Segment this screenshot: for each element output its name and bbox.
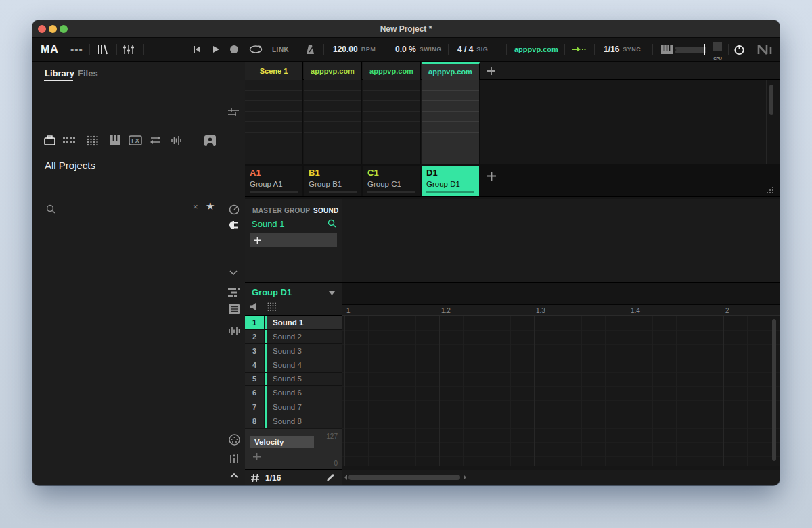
sound-row[interactable]: 8Sound 8: [245, 414, 342, 428]
scene-vertical-scrollbar[interactable]: [769, 85, 773, 115]
filter-loops-button[interactable]: [149, 135, 162, 145]
quantize-control[interactable]: 1/16 SYNC: [604, 38, 641, 61]
pad-grid-button[interactable]: [267, 302, 276, 311]
sound-number[interactable]: 6: [245, 386, 264, 400]
sound-name[interactable]: Sound 5: [265, 373, 342, 386]
macro-knob-button[interactable]: [229, 204, 240, 215]
play-button[interactable]: [212, 38, 220, 61]
add-group-button[interactable]: [487, 172, 496, 181]
tab-group[interactable]: GROUP: [284, 207, 310, 214]
velocity-lane-button[interactable]: [229, 452, 239, 463]
sound-row-selected[interactable]: 1Sound 1: [245, 316, 342, 329]
link-button[interactable]: LINK: [272, 38, 289, 61]
pattern-view-button[interactable]: [229, 304, 240, 314]
main-menu-button[interactable]: •••: [70, 38, 83, 61]
group-cell-selected[interactable]: D1 Group D1: [422, 166, 479, 196]
step-grid-button[interactable]: [251, 474, 259, 482]
scene-tab[interactable]: Scene 1: [245, 62, 303, 80]
scene-grid-column[interactable]: [304, 80, 362, 164]
sound-number[interactable]: 8: [245, 414, 264, 428]
pencil-mode-button[interactable]: [326, 473, 335, 482]
scroll-right-arrow[interactable]: [464, 475, 466, 480]
preview-sound-button[interactable]: [250, 303, 258, 310]
midi-lane-button[interactable]: [229, 434, 240, 446]
filter-projects-button[interactable]: [44, 135, 55, 145]
grid-value-label[interactable]: 1/16: [265, 473, 281, 483]
group-cell[interactable]: B1 Group B1: [304, 166, 361, 196]
sound-number[interactable]: 1: [245, 316, 264, 329]
sound-number[interactable]: 2: [245, 330, 264, 343]
add-plugin-button[interactable]: [250, 233, 337, 247]
sound-row[interactable]: 7Sound 7: [245, 400, 342, 414]
group-cell[interactable]: C1 Group C1: [363, 166, 420, 196]
scene-settings-button[interactable]: [227, 107, 240, 118]
swing-control[interactable]: 0.0 % SWING: [395, 38, 442, 61]
scene-tab[interactable]: apppvp.com: [304, 62, 362, 80]
scene-grid-column[interactable]: [363, 80, 421, 164]
sound-name-label[interactable]: Sound 1: [252, 219, 284, 229]
titlebar[interactable]: New Project *: [32, 20, 780, 38]
collapse-lane-button[interactable]: [230, 473, 238, 478]
record-button[interactable]: [230, 38, 238, 61]
mixer-toggle-button[interactable]: [122, 38, 135, 61]
loop-button[interactable]: [248, 38, 263, 61]
piano-roll-grid[interactable]: [342, 316, 780, 466]
group-dropdown-button[interactable]: [329, 291, 335, 295]
sound-name[interactable]: Sound 8: [265, 414, 342, 428]
browser-toggle-button[interactable]: [95, 38, 109, 61]
sound-name[interactable]: Sound 7: [265, 400, 342, 414]
plugin-button[interactable]: [228, 220, 240, 231]
ni-logo-button[interactable]: [757, 38, 773, 61]
scene-tab[interactable]: apppvp.com: [363, 62, 421, 80]
sound-name[interactable]: Sound 2: [265, 330, 342, 343]
sound-row[interactable]: 6Sound 6: [245, 386, 342, 400]
tab-master[interactable]: MASTER: [252, 207, 282, 214]
scroll-left-arrow[interactable]: [344, 475, 347, 480]
sound-number[interactable]: 5: [245, 373, 264, 386]
sound-number[interactable]: 7: [245, 400, 264, 414]
sound-row[interactable]: 3Sound 3: [245, 344, 342, 358]
tab-files[interactable]: Files: [78, 68, 98, 78]
scene-grid-column[interactable]: [245, 80, 303, 164]
arranger-view-button[interactable]: [228, 288, 240, 297]
sound-name[interactable]: Sound 6: [265, 386, 342, 400]
tab-library[interactable]: Library: [45, 68, 74, 78]
scene-tab-selected[interactable]: apppvp.com: [422, 62, 480, 80]
audio-engine-button[interactable]: [734, 38, 745, 61]
sound-number[interactable]: 3: [245, 344, 264, 358]
control-parameter-selector[interactable]: Velocity: [250, 436, 314, 448]
editor-group-selector[interactable]: Group D1: [252, 287, 292, 297]
sound-row[interactable]: 2Sound 2: [245, 330, 342, 343]
horizontal-scrollbar-thumb[interactable]: [348, 475, 460, 480]
signature-control[interactable]: 4 / 4 SIG: [457, 38, 488, 61]
filter-samples-button[interactable]: [171, 135, 182, 145]
search-input[interactable]: [58, 202, 187, 212]
sound-name[interactable]: Sound 3: [265, 344, 342, 358]
tempo-control[interactable]: 120.00 BPM: [333, 38, 376, 61]
keyboard-mode-button[interactable]: [660, 38, 674, 61]
add-scene-button[interactable]: [487, 67, 495, 75]
master-volume-slider[interactable]: [675, 38, 706, 61]
sound-row[interactable]: 4Sound 4: [245, 358, 342, 372]
scene-grid-column-selected[interactable]: [422, 80, 480, 164]
sampler-view-button[interactable]: [228, 326, 240, 337]
sound-name[interactable]: Sound 4: [265, 358, 342, 372]
filter-groups-button[interactable]: [63, 137, 75, 144]
volume-handle[interactable]: [704, 44, 705, 55]
filter-instruments-button[interactable]: [110, 135, 120, 145]
metronome-button[interactable]: [304, 38, 316, 61]
filter-effects-button[interactable]: FX: [129, 135, 142, 145]
add-control-lane-button[interactable]: [253, 453, 261, 460]
sound-row[interactable]: 5Sound 5: [245, 373, 342, 386]
restart-button[interactable]: [192, 38, 202, 61]
follow-label[interactable]: apppvp.com: [514, 38, 558, 61]
clear-search-button[interactable]: ×: [193, 201, 198, 212]
sound-search-button[interactable]: [328, 219, 336, 228]
tab-sound[interactable]: SOUND: [313, 207, 339, 214]
user-content-button[interactable]: [204, 135, 216, 146]
group-cell[interactable]: A1 Group A1: [245, 166, 302, 196]
favorites-filter-button[interactable]: ★: [206, 200, 215, 212]
filter-sounds-button[interactable]: [87, 135, 99, 146]
collapse-channel-button[interactable]: [229, 270, 238, 275]
resize-grip[interactable]: [766, 186, 774, 194]
